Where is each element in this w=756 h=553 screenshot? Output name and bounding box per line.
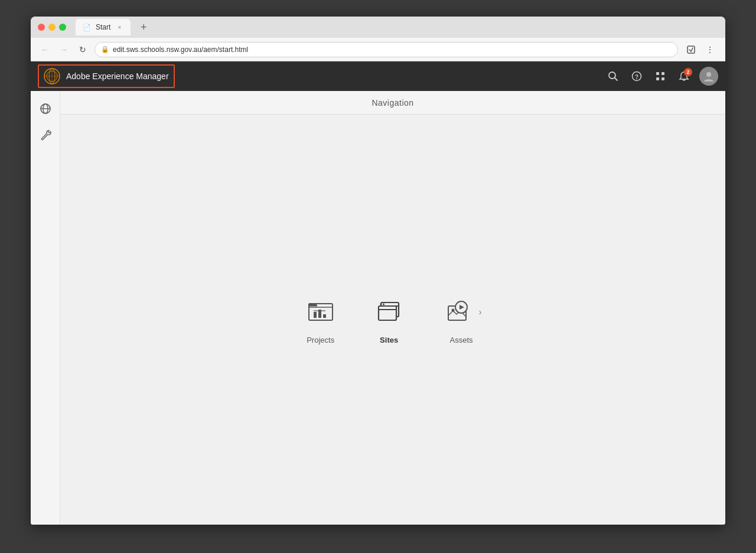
aem-brand-button[interactable]: Adobe Experience Manager (38, 64, 175, 88)
browser-tab[interactable]: 📄 Start × (76, 19, 131, 35)
url-domain: edit.sws.schools.nsw.gov.au (113, 45, 201, 54)
svg-rect-25 (379, 306, 396, 320)
svg-point-30 (451, 308, 454, 311)
notification-badge: 2 (684, 68, 692, 76)
nav-item-sites[interactable]: Sites (373, 295, 406, 344)
svg-rect-10 (656, 72, 659, 75)
maximize-button[interactable] (59, 24, 66, 31)
apps-button[interactable] (650, 66, 671, 87)
sites-label: Sites (380, 336, 398, 344)
lock-icon: 🔒 (101, 45, 109, 53)
svg-point-14 (706, 72, 711, 77)
svg-line-7 (615, 78, 618, 81)
aem-topbar-actions: ? 2 (602, 66, 718, 87)
sidebar-item-tools[interactable] (35, 124, 56, 145)
browser-menu-button[interactable]: ⋮ (702, 41, 718, 58)
nav-item-assets[interactable]: › Assets (441, 295, 482, 344)
svg-rect-12 (656, 77, 659, 80)
new-tab-button[interactable]: + (135, 19, 152, 35)
user-avatar-button[interactable] (699, 67, 718, 86)
aem-topbar: Adobe Experience Manager ? (31, 61, 725, 91)
aem-content: Navigation (31, 91, 725, 525)
title-bar: 📄 Start × + (31, 17, 725, 38)
url-text: edit.sws.schools.nsw.gov.au/aem/start.ht… (113, 45, 248, 54)
projects-icon (304, 295, 337, 328)
nav-header: Navigation (60, 91, 725, 115)
minimize-button[interactable] (48, 24, 56, 31)
svg-point-27 (380, 303, 382, 305)
address-bar: ← → ↻ 🔒 edit.sws.schools.nsw.gov.au/aem/… (31, 38, 725, 61)
aem-title: Adobe Experience Manager (66, 71, 169, 81)
svg-rect-11 (662, 72, 664, 75)
tab-page-icon: 📄 (83, 24, 91, 31)
url-bar[interactable]: 🔒 edit.sws.schools.nsw.gov.au/aem/start.… (94, 42, 678, 57)
projects-label: Projects (307, 336, 334, 344)
profile-button[interactable] (683, 41, 699, 58)
aem-main: Navigation (60, 91, 725, 525)
aem-sidebar (31, 91, 60, 525)
svg-rect-19 (314, 312, 317, 318)
assets-chevron-icon: › (479, 307, 482, 317)
svg-text:?: ? (635, 74, 638, 80)
svg-rect-13 (662, 77, 664, 80)
aem-logo-icon (44, 68, 60, 84)
search-button[interactable] (602, 66, 624, 87)
tab-close-button[interactable]: × (115, 23, 123, 31)
refresh-button[interactable]: ↻ (76, 43, 90, 57)
assets-icon (441, 295, 474, 328)
assets-label: Assets (449, 336, 472, 344)
forward-button[interactable]: → (57, 43, 71, 57)
tab-title: Start (96, 23, 110, 31)
traffic-lights (38, 24, 66, 31)
browser-actions: ⋮ (683, 41, 718, 58)
close-button[interactable] (38, 24, 45, 31)
aem-application: Adobe Experience Manager ? (31, 61, 725, 525)
svg-rect-0 (687, 46, 695, 53)
sidebar-item-navigation[interactable] (35, 98, 56, 119)
svg-rect-21 (323, 314, 326, 318)
help-button[interactable]: ? (626, 66, 647, 87)
sites-icon (373, 295, 406, 328)
assets-wrapper: › (441, 295, 482, 328)
notifications-button[interactable]: 2 (673, 66, 695, 87)
back-button[interactable]: ← (38, 43, 52, 57)
browser-window: 📄 Start × + ← → ↻ 🔒 edit.sws.schools.nsw… (31, 17, 725, 525)
nav-items-area: Projects (60, 115, 725, 525)
svg-point-28 (383, 303, 384, 305)
nav-header-title: Navigation (372, 98, 413, 108)
nav-item-projects[interactable]: Projects (304, 295, 337, 344)
url-path: /aem/start.html (201, 45, 248, 54)
